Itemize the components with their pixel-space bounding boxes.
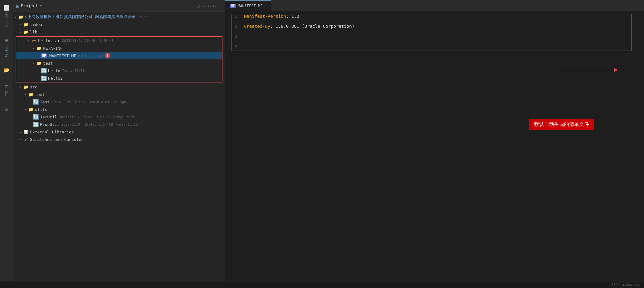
sidebar-item-leetcode[interactable]: ⬜ Leetcode xyxy=(2,3,11,29)
tree-item-meta-inf[interactable]: 📁 META-INF xyxy=(16,44,222,52)
root-label: s上海数智世界工业科技集团有限公司-网易邮箱集成单点登录 xyxy=(25,14,135,20)
sidebar-item-check[interactable]: ☑ xyxy=(4,104,9,114)
editor-tabs: MF MANIFEST.MF ✕ xyxy=(225,0,644,11)
tree-item-src[interactable]: 📁 src xyxy=(13,83,225,91)
lib-arrow xyxy=(18,30,23,34)
sidebar-label-tms: TMS xyxy=(5,90,8,96)
ext-libs-icon: 📊 xyxy=(23,130,29,134)
editor-area: MF MANIFEST.MF ✕ 1 2 3 4 Manifest-Versio… xyxy=(225,0,644,281)
test-jar-arrow xyxy=(31,62,36,65)
scratches-arrow xyxy=(18,138,23,141)
proputil-label: PropUtil xyxy=(40,122,60,127)
manifest-icon: MF xyxy=(41,53,47,58)
project-panel: ▣ Project ▾ ⊕ ≡ ≋ ⚙ — 📁 s上海数智世界工业科技集团有限公… xyxy=(13,0,225,281)
manifest-badge: 1 xyxy=(105,53,110,58)
line-numbers: 1 2 3 4 xyxy=(225,11,241,281)
root-folder-icon: 📁 xyxy=(18,15,24,19)
tree-root[interactable]: 📁 s上海数智世界工业科技集团有限公司-网易邮箱集成单点登录 ~/Des xyxy=(13,13,225,21)
scratches-icon: 🖊 xyxy=(23,137,29,142)
hello-meta: Today 15:53 xyxy=(62,69,85,73)
test-class-label: Test xyxy=(40,100,50,104)
code-line-3 xyxy=(244,31,641,41)
tree-item-jarutil[interactable]: 🔄 JarUtil 2023/11/9, 15:42, 3.07 kB Toda… xyxy=(13,113,225,121)
hello-jar-meta: 2023/11/9, 16:49, 1.46 kB xyxy=(62,39,114,43)
src-folder-icon: 📁 xyxy=(23,85,29,89)
code-key-2: Created-By xyxy=(244,24,270,29)
code-line-1: Manifest-Version: 1.0 xyxy=(244,11,641,21)
hello-jar-label: hello.jar xyxy=(38,38,60,43)
ext-libs-label: External Libraries xyxy=(30,130,74,134)
code-val-1: 1.0 xyxy=(291,14,299,19)
jarutil-label: JarUtil xyxy=(40,115,57,119)
tree-item-utils[interactable]: 📁 utils xyxy=(13,106,225,113)
tree-item-external-libs[interactable]: 📊 External Libraries xyxy=(13,128,225,136)
folder-icon: 📂 xyxy=(3,67,10,73)
project-title-label: Project xyxy=(21,3,38,8)
code-lines: Manifest-Version: 1.0 Created-By: 1.8.0_… xyxy=(241,11,644,281)
header-actions: ⊕ ≡ ≋ ⚙ — xyxy=(197,2,222,9)
editor-tab-manifest[interactable]: MF MANIFEST.MF ✕ xyxy=(225,0,271,11)
src-arrow xyxy=(18,85,23,89)
tab-mf-icon: MF xyxy=(230,4,236,8)
line-num-2: 2 xyxy=(229,21,237,31)
ext-libs-arrow xyxy=(18,130,23,134)
src-label: src xyxy=(30,85,37,89)
line-num-3: 3 xyxy=(229,31,237,41)
code-line-4 xyxy=(244,41,641,51)
sidebar-icons: ⬜ Leetcode ▤ Project 📂 ≡ TMS ☑ xyxy=(0,0,13,281)
tree-item-scratches[interactable]: 🖊 Scratches and Consoles xyxy=(13,136,225,143)
tab-close-button[interactable]: ✕ xyxy=(265,4,267,8)
line-num-1: 1 xyxy=(229,11,237,21)
main-layout: ⬜ Leetcode ▤ Project 📂 ≡ TMS ☑ ▣ Project… xyxy=(0,0,644,281)
tree-item-hello-jar[interactable]: 🗃 hello.jar 2023/11/9, 16:49, 1.46 kB xyxy=(16,37,222,44)
src-test-folder-icon: 📁 xyxy=(28,92,34,97)
lib-folder-icon: 📁 xyxy=(23,30,29,34)
tree-item-proputil[interactable]: 🔄 PropUtil 2023/11/9, 15:40, 2.14 kB Tod… xyxy=(13,121,225,128)
meta-inf-icon: 📁 xyxy=(36,46,42,51)
tree-item-hello2[interactable]: 🔄 Hello2 xyxy=(16,74,222,82)
tree-item-src-test[interactable]: 📁 test xyxy=(13,91,225,98)
annotation-arrow-svg xyxy=(557,67,619,73)
tree-item-lib[interactable]: 📁 lib xyxy=(13,28,225,36)
tms-icon: ≡ xyxy=(5,83,8,89)
project-header: ▣ Project ▾ ⊕ ≡ ≋ ⚙ — xyxy=(13,0,225,12)
project-title-area: ▣ Project ▾ xyxy=(16,3,42,8)
code-colon-2: : xyxy=(270,24,276,29)
project-dropdown-arrow[interactable]: ▾ xyxy=(40,3,42,8)
test-class-icon: 🔄 xyxy=(33,99,39,105)
utils-arrow xyxy=(23,108,28,111)
idea-folder-icon: 📁 xyxy=(23,22,29,27)
tree-item-manifest[interactable]: MF MANIFEST.MF A minute ago 1 xyxy=(16,52,222,59)
test-class-meta: 2023/11/9, 16:55, 244 B A minute ago xyxy=(51,100,126,104)
test-jar-folder-icon: 📁 xyxy=(36,61,42,66)
idea-arrow xyxy=(18,23,23,26)
leetcode-icon: ⬜ xyxy=(3,5,10,11)
hello-class-icon: 🔄 xyxy=(41,68,47,74)
lib-label: lib xyxy=(30,30,37,34)
close-panel-icon[interactable]: — xyxy=(219,3,222,9)
tree-item-idea[interactable]: 📁 .idea xyxy=(13,21,225,28)
sidebar-item-folder[interactable]: 📂 xyxy=(2,65,11,75)
highlight-region: 🗃 hello.jar 2023/11/9, 16:49, 1.46 kB 📁 … xyxy=(16,36,222,82)
sidebar-item-project[interactable]: ▤ Project xyxy=(4,35,9,59)
jarutil-meta: 2023/11/9, 15:42, 3.07 kB Today 15:50 xyxy=(59,115,135,119)
idea-label: .idea xyxy=(30,22,42,27)
add-icon[interactable]: ⊕ xyxy=(197,2,200,9)
line-num-4: 4 xyxy=(229,41,237,51)
code-val-2: 1.8.0_361 (Oracle Corporation) xyxy=(276,24,354,29)
manifest-label: MANIFEST.MF xyxy=(49,53,76,58)
sidebar-label-leetcode: Leetcode xyxy=(5,12,8,27)
collapse-icon[interactable]: ≋ xyxy=(208,3,211,9)
tree-item-hello[interactable]: 🔄 Hello Today 15:53 xyxy=(16,67,222,74)
jarutil-icon: 🔄 xyxy=(33,114,39,120)
meta-inf-label: META-INF xyxy=(43,46,63,51)
settings-icon[interactable]: ⚙ xyxy=(213,3,217,9)
meta-inf-arrow xyxy=(31,47,36,50)
scratches-label: Scratches and Consoles xyxy=(30,137,84,142)
tree-item-test-class[interactable]: 🔄 Test 2023/11/9, 16:55, 244 B A minute … xyxy=(13,98,225,106)
hello-jar-arrow xyxy=(26,39,31,42)
filter-icon[interactable]: ≡ xyxy=(202,3,205,9)
sidebar-item-tms[interactable]: ≡ TMS xyxy=(4,81,9,98)
tree-item-test-in-jar[interactable]: 📁 test xyxy=(16,59,222,67)
jar-icon: 🗃 xyxy=(31,38,37,43)
